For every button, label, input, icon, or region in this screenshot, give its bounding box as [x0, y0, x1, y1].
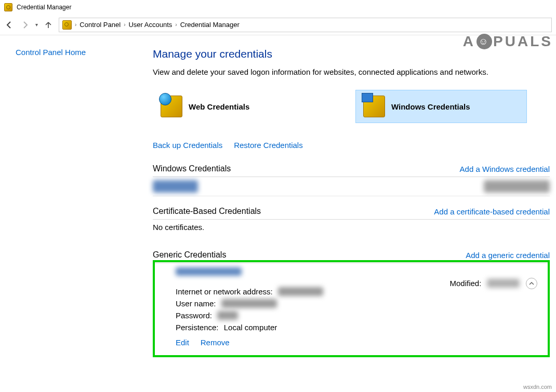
remove-credential-link[interactable]: Remove: [201, 338, 230, 347]
section-title: Certificate-Based Credentials: [153, 207, 261, 216]
backup-restore-links: Back up Credentials Restore Credentials: [153, 141, 550, 150]
generic-credentials-section: Generic Credentials Add a generic creden…: [153, 250, 550, 357]
windows-credentials-icon: [363, 96, 385, 117]
watermark-icon: ☺: [476, 34, 492, 49]
page-description: View and delete your saved logon informa…: [153, 67, 550, 76]
persistence-label: Persistence:: [176, 323, 219, 332]
title-bar: Credential Manager: [0, 0, 556, 15]
credential-row[interactable]: x x: [153, 177, 550, 196]
breadcrumb-item[interactable]: User Accounts: [128, 21, 172, 29]
modified-label: Modified: x: [449, 279, 520, 288]
expanded-credential: x Modified: x Internet or network addres…: [153, 260, 550, 357]
section-header: Certificate-Based Credentials Add a cert…: [153, 207, 550, 220]
detail-row: Persistence: Local computer: [176, 323, 527, 332]
section-title: Generic Credentials: [153, 250, 226, 260]
backup-credentials-link[interactable]: Back up Credentials: [153, 141, 222, 150]
sidebar: Control Panel Home: [0, 48, 145, 368]
windows-credentials-section: Windows Credentials Add a Windows creden…: [153, 164, 550, 196]
credential-category-tiles: Web Credentials Windows Credentials: [153, 90, 550, 123]
source-watermark: wsxdn.com: [523, 384, 552, 390]
watermark: A ☺ PUALS: [463, 33, 553, 50]
username-label: User name:: [176, 299, 216, 308]
web-credentials-tile[interactable]: Web Credentials: [153, 90, 324, 123]
modified-date-redacted: x: [487, 279, 520, 288]
address-label: Internet or network address:: [176, 287, 273, 296]
forward-button[interactable]: [20, 20, 30, 30]
windows-credentials-label: Windows Credentials: [391, 102, 470, 111]
up-button[interactable]: [43, 20, 54, 30]
certificate-credentials-section: Certificate-Based Credentials Add a cert…: [153, 207, 550, 240]
credential-address-redacted: x: [176, 267, 242, 276]
section-title: Windows Credentials: [153, 164, 231, 173]
detail-row: Internet or network address: x: [176, 287, 527, 296]
credential-actions: Edit Remove: [176, 338, 527, 347]
detail-row: User name: x: [176, 299, 527, 308]
vault-icon-small: [62, 20, 72, 30]
web-credentials-icon: [161, 96, 182, 117]
section-header: Windows Credentials Add a Windows creden…: [153, 164, 550, 177]
web-credentials-label: Web Credentials: [189, 102, 249, 111]
vault-icon: [4, 3, 12, 11]
breadcrumb-item[interactable]: Credential Manager: [180, 21, 240, 29]
control-panel-home-link[interactable]: Control Panel Home: [16, 48, 86, 57]
password-label: Password:: [176, 311, 212, 320]
username-value-redacted: x: [221, 299, 277, 308]
password-value-redacted: x: [217, 311, 238, 320]
persistence-value: Local computer: [224, 323, 277, 332]
content: Manage your credentials View and delete …: [145, 48, 556, 368]
address-value-redacted: x: [278, 287, 324, 296]
back-button[interactable]: [4, 20, 15, 30]
chevron-right-icon: ›: [75, 22, 76, 28]
credential-date-redacted: x: [484, 180, 550, 193]
no-certificates-text: No certificates.: [153, 220, 550, 240]
recent-locations-button[interactable]: ▾: [35, 22, 38, 28]
detail-row: Password: x: [176, 311, 527, 320]
restore-credentials-link[interactable]: Restore Credentials: [234, 141, 303, 150]
chevron-right-icon: ›: [124, 22, 125, 28]
windows-credentials-tile[interactable]: Windows Credentials: [355, 90, 527, 123]
window-title: Credential Manager: [17, 4, 71, 11]
credential-name-redacted: x: [153, 180, 198, 193]
chevron-right-icon: ›: [175, 22, 177, 28]
main-area: Control Panel Home Manage your credentia…: [0, 35, 556, 368]
watermark-post: PUALS: [493, 33, 553, 50]
address-bar[interactable]: › Control Panel › User Accounts › Creden…: [59, 18, 552, 32]
add-generic-credential-link[interactable]: Add a generic credential: [466, 251, 550, 260]
watermark-pre: A: [463, 33, 475, 50]
collapse-button[interactable]: [526, 278, 537, 289]
nav-bar: ▾ › Control Panel › User Accounts › Cred…: [0, 15, 556, 35]
edit-credential-link[interactable]: Edit: [176, 338, 189, 347]
breadcrumb-item[interactable]: Control Panel: [80, 21, 121, 29]
add-certificate-credential-link[interactable]: Add a certificate-based credential: [434, 207, 550, 216]
add-windows-credential-link[interactable]: Add a Windows credential: [460, 165, 550, 173]
